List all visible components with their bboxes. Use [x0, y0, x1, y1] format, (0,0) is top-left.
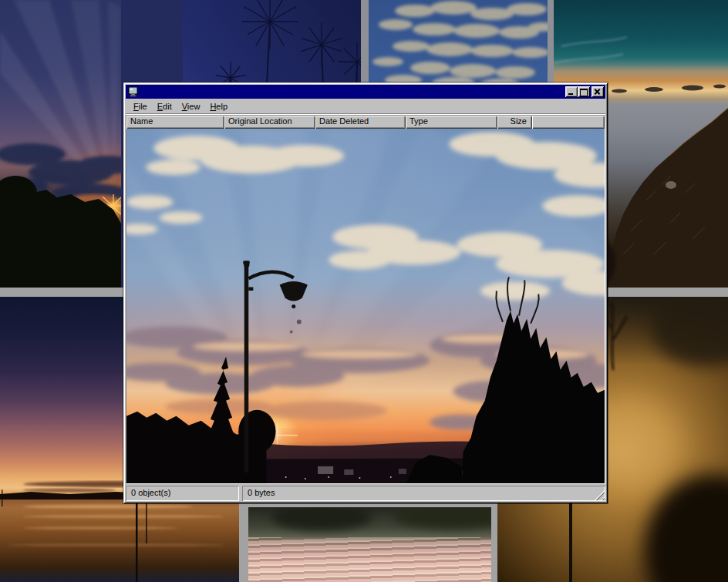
sunset-photo-art [126, 129, 605, 483]
menu-bar: File Edit View Help [126, 99, 605, 113]
wallpaper-tile-ripple-water [248, 507, 491, 582]
status-bar: 0 object(s) 0 bytes [126, 486, 605, 501]
wallpaper-tile-sunset-rays [0, 0, 121, 288]
menu-item-edit[interactable]: Edit [153, 100, 177, 113]
water-ripples [248, 537, 491, 582]
column-header-filler [532, 116, 605, 129]
lamp-pole-silhouette [569, 501, 572, 582]
column-header-date-deleted[interactable]: Date Deleted [315, 116, 406, 129]
minimize-button[interactable] [565, 86, 578, 97]
resize-grip[interactable] [595, 490, 605, 500]
menu-item-help[interactable]: Help [205, 100, 233, 113]
desktop: File Edit View Help Name Original Locati… [0, 0, 728, 582]
menu-item-file[interactable]: File [129, 100, 153, 113]
maximize-button[interactable] [578, 86, 590, 97]
window-controls [565, 86, 604, 97]
explorer-window: File Edit View Help Name Original Locati… [123, 82, 608, 503]
status-bytes-panel: 0 bytes [242, 486, 605, 501]
column-header-size[interactable]: Size [497, 116, 532, 129]
close-button[interactable] [592, 86, 604, 97]
file-list-view: Name Original Location Date Deleted Type… [126, 115, 605, 484]
column-header-original-location[interactable]: Original Location [224, 116, 315, 129]
column-header-row: Name Original Location Date Deleted Type… [126, 116, 605, 129]
status-bytes-text: 0 bytes [248, 488, 275, 497]
menu-item-view[interactable]: View [177, 100, 206, 113]
column-header-name[interactable]: Name [126, 116, 224, 129]
sunset-lamp-photo [126, 129, 605, 483]
column-header-type[interactable]: Type [406, 116, 497, 129]
status-objects-panel: 0 object(s) [126, 486, 239, 501]
wallpaper-gap [491, 501, 497, 582]
list-content-area[interactable] [126, 129, 605, 483]
sunset-rays-art [0, 0, 121, 288]
program-computer-icon [127, 86, 140, 97]
title-bar[interactable] [126, 85, 605, 99]
